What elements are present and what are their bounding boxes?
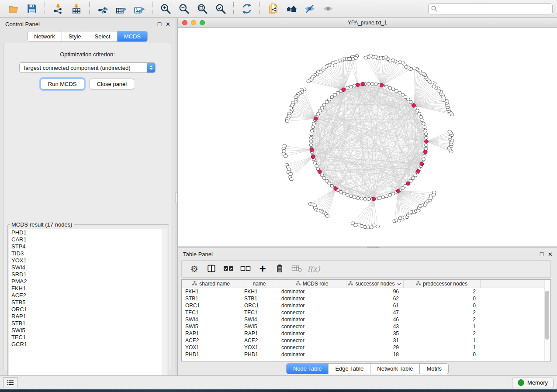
mcds-result-item[interactable]: TID3 [9, 250, 167, 257]
columns-button[interactable] [205, 262, 218, 275]
import-table-button[interactable] [69, 2, 84, 16]
mcds-result-item[interactable]: TEC1 [9, 334, 167, 341]
mcds-result-item[interactable]: YOX1 [9, 257, 167, 264]
gear-button[interactable]: ⚙ [188, 262, 201, 275]
show-all-button[interactable] [321, 2, 336, 16]
column-header-predecessor-nodes[interactable]: predecessor nodes [403, 280, 480, 288]
tab-network-table[interactable]: Network Table [370, 364, 420, 374]
cell-name[interactable]: YOX1 [241, 344, 278, 351]
cell-name[interactable]: SWI5 [241, 323, 278, 330]
cell-name[interactable]: PHD1 [241, 351, 278, 358]
houses-button[interactable] [284, 2, 299, 16]
cell-successors[interactable]: 62 [346, 295, 403, 302]
network-window-titlebar[interactable]: YPA_prune.txt_1 [178, 18, 557, 28]
mcds-result-item[interactable]: ORC1 [9, 306, 167, 313]
table-scrollbar[interactable] [544, 280, 550, 361]
vertical-splitter[interactable] [175, 18, 178, 375]
mcds-result-item[interactable]: PMA2 [9, 278, 167, 285]
cell-name[interactable]: RAP1 [241, 330, 278, 337]
vertical-splitter-handle[interactable] [175, 193, 177, 203]
table-row[interactable]: RAP1RAP1dominator352 [182, 330, 545, 337]
tab-node-table[interactable]: Node Table [287, 364, 329, 374]
tab-network[interactable]: Network [28, 31, 62, 41]
table-row[interactable]: TEC1TEC1connector472 [182, 309, 545, 316]
column-header-name[interactable]: name [241, 280, 278, 288]
mcds-result-item[interactable]: SWI5 [9, 327, 167, 334]
mcds-result-item[interactable]: STB5 [9, 299, 167, 306]
zoom-fit-button[interactable] [195, 2, 210, 16]
cell-role[interactable]: connector [278, 309, 346, 316]
table-row[interactable]: STB1STB1dominator620 [182, 295, 545, 302]
cell-name[interactable]: ACE2 [241, 337, 278, 344]
result-list-scrollbar[interactable] [162, 229, 167, 378]
panel-list-toggle-button[interactable] [3, 377, 17, 388]
cell-successors[interactable]: 61 [346, 302, 403, 309]
cell-shared_name[interactable]: RAP1 [182, 330, 241, 337]
cell-predecessors[interactable]: 0 [403, 295, 480, 302]
cell-role[interactable]: connector [278, 344, 346, 351]
cell-successors[interactable]: 29 [346, 344, 403, 351]
cell-role[interactable]: dominator [278, 295, 346, 302]
tab-edge-table[interactable]: Edge Table [329, 364, 370, 374]
cell-role[interactable]: connector [278, 337, 346, 344]
cell-predecessors[interactable]: 0 [403, 351, 480, 358]
cell-shared_name[interactable]: ORC1 [182, 302, 241, 309]
close-window-icon[interactable] [182, 20, 187, 25]
zoom-selected-button[interactable] [213, 2, 228, 16]
cell-successors[interactable]: 31 [346, 337, 403, 344]
cell-name[interactable]: ORC1 [241, 302, 278, 309]
cell-predecessors[interactable]: 1 [403, 344, 480, 351]
cell-name[interactable]: TEC1 [241, 309, 278, 316]
cell-role[interactable]: dominator [278, 288, 346, 296]
table-row[interactable]: PHD1PHD1dominator180 [182, 351, 545, 358]
mcds-result-item[interactable]: STP4 [9, 243, 167, 250]
table-row[interactable]: YOX1YOX1connector291 [182, 344, 545, 351]
cell-successors[interactable]: 18 [346, 351, 403, 358]
cell-name[interactable]: STB1 [241, 295, 278, 302]
save-button[interactable] [24, 2, 39, 16]
cell-role[interactable]: dominator [278, 351, 346, 358]
memory-button[interactable]: Memory [512, 378, 554, 388]
cell-successors[interactable]: 46 [346, 316, 403, 323]
select-all-button[interactable] [222, 262, 235, 275]
table-row[interactable]: SWI4SWI4dominator462 [182, 316, 545, 323]
cell-successors[interactable]: 35 [346, 330, 403, 337]
float-panel-icon[interactable]: □ [158, 21, 161, 27]
search-input[interactable] [428, 3, 553, 14]
mcds-result-item[interactable]: FKH1 [9, 285, 167, 292]
column-header-successor-nodes[interactable]: successor nodes [346, 280, 403, 288]
cell-predecessors[interactable]: 1 [403, 337, 480, 344]
close-panel-button[interactable]: Close panel [90, 79, 135, 89]
cell-shared_name[interactable]: STB1 [182, 295, 241, 302]
mcds-result-item[interactable]: ACE2 [9, 292, 167, 299]
unselect-all-button[interactable] [239, 262, 252, 275]
tab-motifs[interactable]: Motifs [420, 364, 448, 374]
hide-selected-button[interactable] [302, 2, 317, 16]
cell-role[interactable]: connector [278, 323, 346, 330]
cell-shared_name[interactable]: ACE2 [182, 337, 241, 344]
cell-shared_name[interactable]: SWI5 [182, 323, 241, 330]
tab-mcds[interactable]: MCDS [118, 31, 147, 41]
cell-shared_name[interactable]: YOX1 [182, 344, 241, 351]
cell-predecessors[interactable]: 0 [403, 302, 480, 309]
table-row[interactable]: SWI5SWI5connector431 [182, 323, 545, 330]
open-folder-button[interactable] [6, 2, 21, 16]
mcds-result-item[interactable]: SRD1 [9, 271, 167, 278]
cell-shared_name[interactable]: SWI4 [182, 316, 241, 323]
cell-predecessors[interactable]: 1 [403, 323, 480, 330]
mcds-result-list[interactable]: PHD1CAR1STP4TID3YOX1SWI4SRD1PMA2FKH1ACE2… [9, 229, 167, 378]
column-header-shared-name[interactable]: shared name [182, 280, 241, 288]
run-mcds-button[interactable]: Run MCDS [41, 79, 84, 89]
table-row[interactable]: ORC1ORC1dominator610 [182, 302, 545, 309]
cell-predecessors[interactable]: 2 [403, 316, 480, 323]
cell-shared_name[interactable]: TEC1 [182, 309, 241, 316]
cell-predecessors[interactable]: 2 [403, 330, 480, 337]
import-network-button[interactable] [51, 2, 66, 16]
cell-successors[interactable]: 43 [346, 323, 403, 330]
cell-shared_name[interactable]: PHD1 [182, 351, 241, 358]
float-table-panel-icon[interactable]: □ [540, 251, 543, 257]
horizontal-splitter-handle[interactable] [367, 247, 379, 248]
mcds-result-item[interactable]: STB1 [9, 320, 167, 327]
maximize-window-icon[interactable] [200, 20, 205, 25]
zoom-in-button[interactable] [158, 2, 173, 16]
